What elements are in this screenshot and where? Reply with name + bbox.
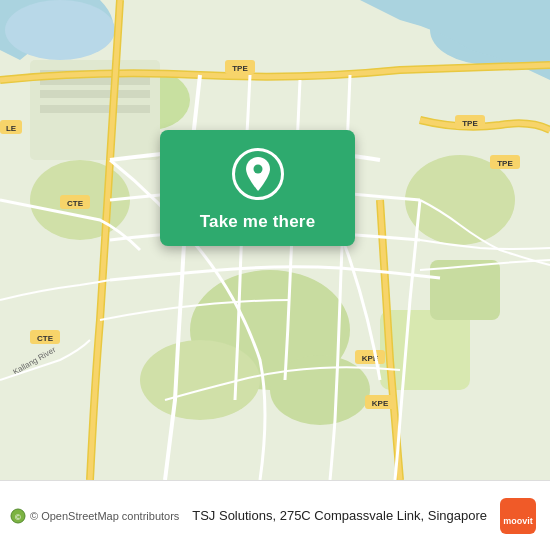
svg-text:©: © <box>15 513 21 522</box>
svg-rect-14 <box>40 105 150 113</box>
svg-text:KPE: KPE <box>372 399 389 408</box>
svg-text:TPE: TPE <box>497 159 513 168</box>
osm-icon: © <box>10 508 26 524</box>
svg-text:moovit: moovit <box>503 516 533 526</box>
svg-text:TPE: TPE <box>232 64 248 73</box>
location-name: TSJ Solutions, 275C Compassvale Link, Si… <box>192 508 487 523</box>
svg-text:CTE: CTE <box>37 334 54 343</box>
svg-point-2 <box>5 0 115 60</box>
location-icon <box>232 148 284 200</box>
take-me-there-button-label: Take me there <box>200 212 316 232</box>
map-view: TPE TPE TPE CTE CTE KPE KPE LE Kallang R… <box>0 0 550 480</box>
bottom-bar: © © OpenStreetMap contributors TSJ Solut… <box>0 480 550 550</box>
attribution-text: © OpenStreetMap contributors <box>30 510 179 522</box>
take-me-there-card[interactable]: Take me there <box>160 130 355 246</box>
location-info: TSJ Solutions, 275C Compassvale Link, Si… <box>179 508 500 523</box>
svg-text:TPE: TPE <box>462 119 478 128</box>
attribution: © © OpenStreetMap contributors <box>10 508 179 524</box>
svg-rect-13 <box>40 90 150 98</box>
moovit-icon: moovit <box>500 498 536 534</box>
svg-point-32 <box>253 165 262 174</box>
moovit-logo: moovit <box>500 498 536 534</box>
svg-text:LE: LE <box>6 124 17 133</box>
svg-text:CTE: CTE <box>67 199 84 208</box>
